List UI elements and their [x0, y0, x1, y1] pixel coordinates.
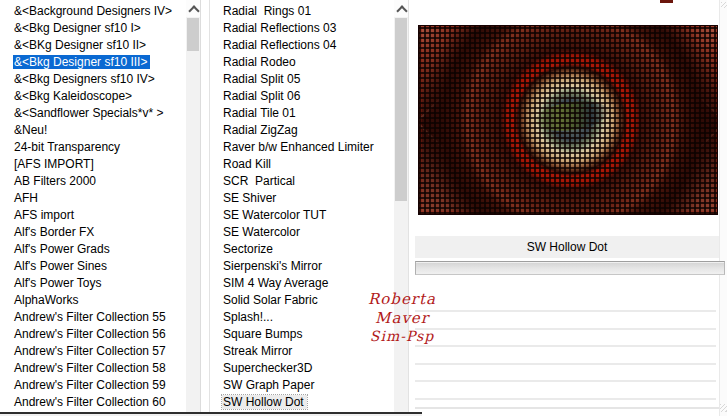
list-item[interactable]: [AFS IMPORT] — [0, 156, 186, 173]
filter-scrollbar[interactable] — [394, 0, 408, 413]
list-item[interactable]: AFS import — [0, 207, 186, 224]
filter-name-label: SW Hollow Dot — [527, 240, 608, 254]
scroll-up-button[interactable] — [394, 0, 408, 17]
list-item[interactable]: AB Filters 2000 — [0, 173, 186, 190]
watermark-line-1: Roberta Maver — [340, 290, 464, 328]
list-item[interactable]: Alf's Power Sines — [0, 258, 186, 275]
list-item[interactable]: SE Shiver — [210, 190, 394, 207]
list-item[interactable]: SE Watercolor — [210, 224, 394, 241]
list-item[interactable]: Andrew's Filter Collection 60 — [0, 394, 186, 411]
scroll-up-button[interactable] — [186, 0, 200, 17]
scrollbar-thumb[interactable] — [187, 18, 199, 51]
category-list-items: &<Background Designers IV>&<Bkg Designer… — [0, 3, 186, 411]
list-item[interactable]: Andrew's Filter Collection 55 — [0, 309, 186, 326]
watermark-line-2: Sim-Psp — [340, 328, 464, 345]
halftone-dot-grid — [419, 26, 717, 214]
list-item[interactable]: Radial Rings 01 — [210, 3, 394, 20]
list-item[interactable]: Andrew's Filter Collection 57 — [0, 343, 186, 360]
list-item[interactable]: &Neu! — [0, 122, 186, 139]
plugin-browser-window: &<Background Designers IV>&<Bkg Designer… — [0, 0, 727, 416]
list-item[interactable]: Alf's Power Grads — [0, 241, 186, 258]
list-item[interactable]: Sierpenski's Mirror — [210, 258, 394, 275]
ruled-line — [415, 407, 727, 409]
filter-name-caption: SW Hollow Dot — [415, 236, 719, 258]
list-item[interactable]: Sectorize — [210, 241, 394, 258]
list-item[interactable]: &<Bkg Designer sf10 I> — [0, 20, 186, 37]
list-item[interactable]: &<Bkg Kaleidoscope> — [0, 88, 186, 105]
list-item[interactable]: Radial Split 06 — [210, 88, 394, 105]
ruled-line — [415, 345, 716, 347]
list-item[interactable]: Superchecker3D — [210, 360, 394, 377]
list-item[interactable]: Radial Split 05 — [210, 71, 394, 88]
list-item[interactable]: Andrew's Filter Collection 59 — [0, 377, 186, 394]
chevron-up-icon — [188, 5, 199, 16]
strip-glyph — [721, 2, 727, 8]
list-item[interactable]: Raver b/w Enhanced Limiter — [210, 139, 394, 156]
ruled-line — [415, 398, 716, 400]
list-item[interactable]: Radial Reflections 04 — [210, 37, 394, 54]
list-item[interactable]: Alf's Border FX — [0, 224, 186, 241]
filter-preview-image — [418, 25, 718, 215]
list-item[interactable]: &<BKg Designer sf10 II> — [0, 37, 186, 54]
preview-panel: SW Hollow Dot — [415, 0, 727, 416]
list-item[interactable]: &<Background Designers IV> — [0, 3, 186, 20]
filter-list-items: Radial Rings 01Radial Reflections 03Radi… — [210, 3, 394, 411]
ruled-line — [415, 363, 716, 365]
list-item[interactable]: Andrew's Filter Collection 56 — [0, 326, 186, 343]
list-item[interactable]: Radial ZigZag — [210, 122, 394, 139]
list-item[interactable]: SE Watercolor TUT — [210, 207, 394, 224]
list-item[interactable]: SCR Partical — [210, 173, 394, 190]
chevron-up-icon — [396, 5, 407, 16]
list-item[interactable]: &<Sandflower Specials*v* > — [0, 105, 186, 122]
list-item[interactable]: Alf's Power Toys — [0, 275, 186, 292]
list-item[interactable]: &<Bkg Designers sf10 IV> — [0, 71, 186, 88]
list-item[interactable]: AFH — [0, 190, 186, 207]
watermark-signature: Roberta Maver Sim-Psp — [340, 290, 464, 345]
list-item[interactable]: Radial Tile 01 — [210, 105, 394, 122]
category-listbox: &<Background Designers IV>&<Bkg Designer… — [0, 0, 201, 413]
filter-listbox: Radial Rings 01Radial Reflections 03Radi… — [209, 0, 409, 413]
ruled-line — [415, 380, 716, 382]
list-item[interactable]: Streak Mirror — [210, 343, 394, 360]
list-item[interactable]: SW Graph Paper — [210, 377, 394, 394]
progress-bar — [415, 261, 725, 275]
resize-grip[interactable] — [720, 404, 727, 412]
list-item[interactable]: &<Bkg Designer sf10 III> — [0, 54, 186, 71]
list-item[interactable]: Radial Reflections 03 — [210, 20, 394, 37]
list-item[interactable]: Radial Rodeo — [210, 54, 394, 71]
list-item[interactable]: 24-bit Transparency — [0, 139, 186, 156]
right-edge-strip — [719, 0, 727, 416]
list-item[interactable]: SW Hollow Dot — [210, 394, 394, 411]
list-item[interactable]: Road Kill — [210, 156, 394, 173]
scrollbar-thumb[interactable] — [395, 18, 407, 201]
category-scrollbar[interactable] — [186, 0, 200, 413]
preview-fragment — [660, 0, 673, 3]
list-item[interactable]: Andrew's Filter Collection 58 — [0, 360, 186, 377]
list-item[interactable]: AlphaWorks — [0, 292, 186, 309]
